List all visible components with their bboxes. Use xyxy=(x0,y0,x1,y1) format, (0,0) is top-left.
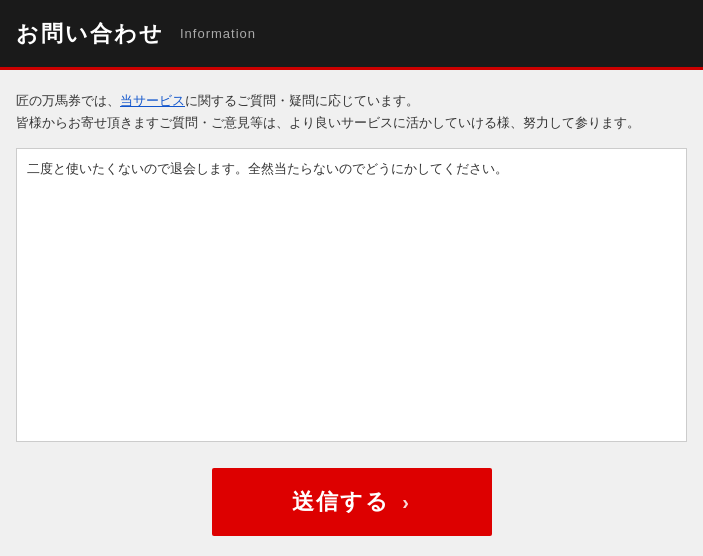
intro-line1-part2: に関するご質問・疑問に応じています。 xyxy=(185,93,419,108)
page-subtitle: Information xyxy=(180,26,256,41)
message-input[interactable]: 二度と使いたくないので退会します。全然当たらないのでどうにかしてください。 xyxy=(27,159,676,431)
chevron-right-icon: › xyxy=(402,491,411,514)
intro-line1: 匠の万馬券では、当サービスに関するご質問・疑問に応じています。 xyxy=(16,90,687,112)
submit-label: 送信する xyxy=(292,487,390,517)
intro-line1-link: 当サービス xyxy=(120,93,185,108)
page-wrapper: お問い合わせ Information 匠の万馬券では、当サービスに関するご質問・… xyxy=(0,0,703,556)
main-content: 匠の万馬券では、当サービスに関するご質問・疑問に応じています。 皆様からお寄せ頂… xyxy=(0,70,703,458)
textarea-container: 二度と使いたくないので退会します。全然当たらないのでどうにかしてください。 xyxy=(16,148,687,442)
header: お問い合わせ Information xyxy=(0,0,703,70)
intro-line1-part1: 匠の万馬券では、 xyxy=(16,93,120,108)
submit-button[interactable]: 送信する › xyxy=(212,468,492,536)
submit-area: 送信する › xyxy=(0,458,703,556)
intro-text-block: 匠の万馬券では、当サービスに関するご質問・疑問に応じています。 皆様からお寄せ頂… xyxy=(16,90,687,134)
intro-line2: 皆様からお寄せ頂きますご質問・ご意見等は、より良いサービスに活かしていける様、努… xyxy=(16,112,687,134)
page-title: お問い合わせ xyxy=(16,19,164,49)
